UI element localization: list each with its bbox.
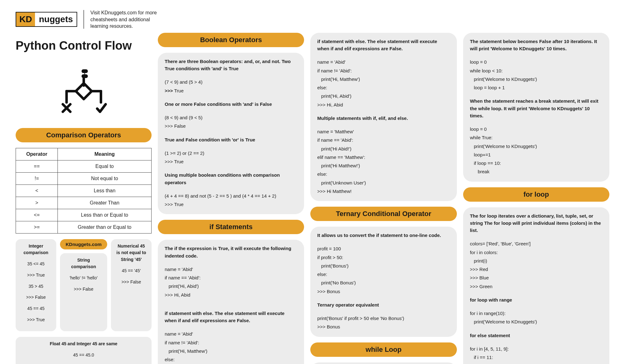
- while-intro-card: The while statement will keep running as…: [310, 362, 457, 364]
- for-card: The for loop iterates over a dictionary,…: [463, 207, 609, 364]
- code-line: print('Hi, Abid'): [165, 283, 297, 290]
- string-comparison-card: String comparison 'hello' != 'hello'>>> …: [60, 253, 107, 332]
- header-divider: [83, 10, 84, 29]
- float-int-card: Float 45 and Integer 45 are same 45 == 4…: [16, 337, 152, 364]
- bool-intro-1: There are three Boolean operators: and, …: [165, 58, 297, 72]
- code-line: colors= ['Red', 'Blue', 'Green']: [470, 240, 602, 247]
- col3-intro-2: Multiple statements with if, elif, and e…: [317, 115, 450, 122]
- table-cell: Greater than or Equal to: [58, 221, 152, 233]
- code-line: >>> True: [21, 317, 51, 323]
- table-cell: <=: [16, 209, 58, 221]
- code-line: if name == 'Abid':: [317, 136, 450, 144]
- code-line: >>> Red: [470, 266, 602, 273]
- code-line: profit = 100: [317, 245, 450, 252]
- while-heading: while Loop: [310, 342, 457, 357]
- table-cell: Less than or Equal to: [58, 209, 152, 221]
- table-cell: >: [16, 197, 58, 209]
- table-cell: <: [16, 184, 58, 197]
- code-line: >>> False: [21, 294, 51, 301]
- code-line: for i in range(10):: [470, 310, 602, 317]
- ternary-intro-1: It allows us to convert the if statement…: [317, 232, 450, 239]
- col3-intro-1: if statement with else. The else stateme…: [317, 38, 450, 52]
- table-cell: Less than: [58, 184, 152, 197]
- kdnuggets-logo: KD nuggets: [16, 12, 77, 27]
- code-line: print('Unknown User'): [317, 179, 450, 186]
- code-line: 45 == 45.0: [21, 352, 147, 359]
- table-cell: ==: [16, 160, 58, 172]
- ternary-heading: Ternary Conditional Operator: [310, 207, 457, 221]
- code-line: >>> False: [65, 286, 102, 293]
- table-header-operator: Operator: [16, 148, 58, 160]
- for-intro-3: for else statement: [470, 332, 602, 339]
- code-line: while loop < 10:: [470, 67, 602, 74]
- if-card: The if the expression is True, it will e…: [158, 240, 304, 364]
- table-row: <Less than: [16, 184, 152, 197]
- code-line: loop = 0: [470, 125, 602, 133]
- logo-suffix: nuggets: [35, 12, 77, 26]
- code-line: if name != 'Abid':: [165, 339, 297, 346]
- page-title: Python Control Flow: [16, 39, 152, 52]
- bool-ex2a: (8 < 9) and (9 < 5): [165, 114, 297, 121]
- code-line: print('Hi, Matthew'): [165, 347, 297, 355]
- boolean-card: There are three Boolean operators: and, …: [158, 53, 304, 214]
- code-line: print('Bonus'): [317, 262, 450, 269]
- table-row: ==Equal to: [16, 160, 152, 172]
- code-line: print('Welcome to KDnuggets'): [470, 76, 602, 83]
- code-line: print('Bonus' if profit > 50 else 'No Bo…: [317, 315, 450, 322]
- header-tagline: Visit KDnuggets.com for more cheatsheets…: [90, 9, 162, 30]
- code-line: >>> Bonus: [317, 323, 450, 330]
- bool-intro-4: Using multiple boolean conditions with c…: [165, 171, 297, 186]
- code-line: print('Hi, Abid'): [317, 92, 450, 100]
- code-line: break: [470, 362, 602, 364]
- code-line: if loop == 10:: [470, 160, 602, 167]
- table-cell: Not equal to: [58, 172, 152, 184]
- kdnuggets-link-badge[interactable]: KDnuggets.com: [60, 239, 107, 249]
- table-row: !=Not equal to: [16, 172, 152, 184]
- comparison-operators-heading: Comparison Operators: [16, 128, 152, 142]
- while-body-card: The statement below becomes False after …: [463, 33, 609, 182]
- code-line: loop+=1: [470, 151, 602, 158]
- ternary-card: It allows us to convert the if statement…: [310, 227, 457, 337]
- operator-table: Operator Meaning ==Equal to!=Not equal t…: [16, 148, 152, 234]
- bool-ex3b: >>> True: [165, 158, 297, 165]
- table-header-meaning: Meaning: [58, 148, 152, 160]
- bool-ex1a: (7 < 9) and (5 > 4): [165, 78, 297, 86]
- bool-ex1b: True: [174, 88, 183, 93]
- ternary-intro-2: Ternary operator equivalent: [317, 301, 450, 308]
- code-line: 45 == 45: [21, 305, 51, 312]
- code-line: else:: [317, 271, 450, 278]
- code-line: >>> Bonus: [317, 288, 450, 295]
- table-row: <=Less than or Equal to: [16, 209, 152, 221]
- code-line: name = 'Abid': [165, 330, 297, 337]
- code-line: 35 <= 45: [21, 261, 51, 268]
- table-cell: !=: [16, 172, 58, 184]
- code-line: while True:: [470, 134, 602, 141]
- code-line: >>> False: [116, 279, 147, 286]
- code-line: if profit > 50:: [317, 254, 450, 261]
- code-line: break: [470, 168, 602, 175]
- code-line: >>> Green: [470, 283, 602, 290]
- table-cell: >=: [16, 221, 58, 233]
- for-intro-1: The for loop iterates over a dictionary,…: [470, 212, 602, 234]
- code-line: name = 'Abid': [317, 58, 450, 66]
- code-line: loop = 0: [470, 58, 602, 66]
- integer-comparison-card: Integer comparison 35 <= 45>>> True35 > …: [16, 239, 56, 332]
- code-line: >>> True: [21, 272, 51, 279]
- code-line: for i in colors:: [470, 249, 602, 256]
- numeric-vs-string-card: Numerical 45 is not equal to String '45'…: [111, 239, 152, 332]
- if-statements-heading: if Statements: [158, 220, 304, 234]
- bool-ex3a: (1 >= 2) or (2 == 2): [165, 150, 297, 157]
- bool-ex2b: >>> False: [165, 122, 297, 130]
- table-row: >Greater Than: [16, 197, 152, 209]
- code-line: >>> True: [21, 363, 147, 364]
- float-int-title: Float 45 and Integer 45 are same: [21, 341, 147, 347]
- code-line: else:: [317, 170, 450, 178]
- code-line: else:: [317, 84, 450, 91]
- bool-intro-3: True and False condition with 'or' is Tr…: [165, 136, 297, 143]
- code-line: print('Welcome to KDnuggets'): [470, 143, 602, 150]
- code-line: print('Hi Abid!'): [317, 145, 450, 152]
- if-elif-card: if statement with else. The else stateme…: [310, 33, 457, 201]
- code-line: >>> Hi, Abid: [317, 101, 450, 108]
- code-line: name = 'Matthew': [317, 128, 450, 135]
- bool-ex4a: (4 + 4 == 8) and not (5 - 2 == 5 ) and (…: [165, 192, 297, 199]
